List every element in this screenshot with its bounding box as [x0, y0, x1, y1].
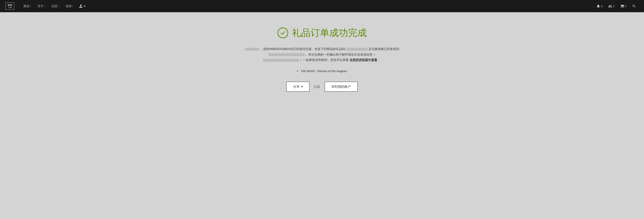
- success-title-section: 礼品订单成功完成: [278, 27, 367, 39]
- nav-support[interactable]: 支持 ▾: [63, 3, 76, 10]
- nav-links: 商店 ▾ 关于 ▾ 社区 ▾ 支持 ▾ ▾: [20, 3, 594, 10]
- cart-count: 0: [625, 5, 626, 8]
- navbar: gog .com 商店 ▾ 关于 ▾ 社区 ▾ 支持 ▾ ▾: [0, 0, 644, 12]
- gog-logo[interactable]: gog .com: [5, 2, 15, 10]
- search-button[interactable]: [629, 3, 639, 9]
- blurred-email-1: [268, 53, 304, 56]
- game-list: Old World - Heroes of the Aegean: [297, 69, 347, 73]
- go-to-account-button[interactable]: 转到我的账户: [324, 82, 358, 92]
- desc-period: 。: [378, 58, 381, 62]
- view-in-browser-link[interactable]: 在您的浏览器中查看: [350, 58, 377, 62]
- success-icon: [278, 27, 288, 38]
- share-button[interactable]: 分享 ▾: [286, 82, 310, 92]
- page-title: 礼品订单成功完成: [292, 27, 367, 39]
- community-chevron-icon: ▾: [58, 5, 60, 7]
- and-separator: 以及: [314, 84, 320, 89]
- blurred-email-2: [263, 59, 299, 62]
- notifications-button[interactable]: 0: [594, 3, 605, 9]
- friends-count: 0: [613, 5, 614, 8]
- svg-rect-0: [5, 2, 15, 10]
- shop-chevron-icon: ▾: [30, 5, 31, 7]
- svg-text:.com: .com: [8, 6, 12, 8]
- nav-user-button[interactable]: ▾: [77, 3, 88, 9]
- success-description: ，您的#6B630A3BBA54已经成功完成，包含下列商品的礼品码 及兑换指南已…: [241, 46, 403, 63]
- nav-community[interactable]: 社区 ▾: [48, 3, 62, 10]
- blurred-gift-code: [346, 48, 368, 51]
- nav-about[interactable]: 关于 ▾: [34, 3, 48, 10]
- desc-text-2: 及兑换指南已经发送到: [368, 47, 399, 51]
- share-chevron-icon: ▾: [301, 85, 303, 89]
- notification-count: 0: [601, 5, 602, 8]
- desc-text-3: 。本次交易的一封确认电子邮件现在正在发送给您（: [305, 53, 376, 56]
- desc-text-4: ）一如果您没有收到，您也可以查看: [300, 58, 349, 62]
- friends-button[interactable]: 0: [605, 3, 617, 9]
- cart-button[interactable]: 0: [617, 3, 629, 9]
- user-chevron-icon: ▾: [84, 4, 86, 8]
- support-chevron-icon: ▾: [72, 5, 74, 7]
- nav-right-icons: 0 0 0: [594, 3, 639, 9]
- nav-shop[interactable]: 商店 ▾: [20, 3, 34, 10]
- about-chevron-icon: ▾: [44, 5, 45, 7]
- main-content: 礼品订单成功完成 ，您的#6B630A3BBA54已经成功完成，包含下列商品的礼…: [214, 12, 430, 106]
- action-buttons: 分享 ▾ 以及 转到我的账户: [286, 82, 358, 92]
- blurred-username: [245, 48, 259, 51]
- game-list-item: Old World - Heroes of the Aegean: [297, 69, 347, 73]
- svg-text:gog: gog: [8, 3, 12, 6]
- desc-text-1: ，您的#6B630A3BBA54已经成功完成，包含下列商品的礼品码: [260, 47, 345, 51]
